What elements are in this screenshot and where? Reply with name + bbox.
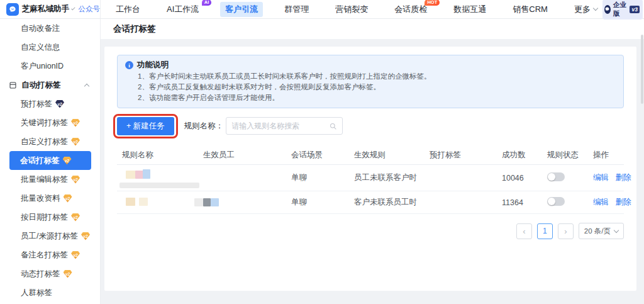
rule-name-search-input[interactable]	[231, 121, 329, 130]
sidebar-item-dynamic-tag[interactable]: 动态打标签 v2	[0, 264, 100, 283]
nav-group-management[interactable]: 群管理	[279, 2, 314, 17]
sidebar-item-conversation-tag[interactable]: 会话打标签 v2	[9, 151, 91, 170]
ai-badge: AI	[202, 0, 212, 6]
toolbar: + 新建任务 规则名称：	[117, 115, 624, 137]
top-navigation: 工作台 AI工作流 AI 客户引流 群管理 营销裂变 会话质检 HOT 数据互通…	[111, 2, 602, 17]
delete-link[interactable]: 删除	[615, 198, 631, 206]
app-title: 芝麻私域助手	[22, 4, 69, 14]
nav-data-interop[interactable]: 数据互通	[448, 2, 491, 17]
edition-version: v3	[630, 6, 639, 13]
redacted-block	[211, 198, 219, 206]
sidebar-item-label: 人群标签	[21, 288, 52, 298]
table-header-row: 规则名称 生效员工 会话场景 生效规则 预打标签 成功数 规则状态 操作	[117, 146, 624, 165]
sidebar-section-label: 自动打标签	[21, 80, 61, 91]
rule-status-toggle[interactable]	[547, 172, 565, 181]
sidebar-item-custom-info[interactable]: 自定义信息	[0, 38, 100, 57]
sidebar-item-customer-unionid[interactable]: 客户unionID	[0, 57, 100, 76]
header-success-count: 成功数	[497, 150, 542, 160]
sidebar-item-keyword-tag[interactable]: 关键词打标签 v2	[0, 113, 100, 132]
nav-sales-crm[interactable]: 销售CRM	[508, 2, 553, 17]
page-number-1[interactable]: 1	[537, 223, 553, 239]
sidebar-item-label: 自动改备注	[21, 23, 60, 34]
section-chevron-up-icon	[84, 83, 89, 88]
nav-more[interactable]: 更多	[569, 2, 602, 17]
sidebar-section-auto-tagging[interactable]: 自动打标签	[0, 76, 100, 94]
new-task-button[interactable]: + 新建任务	[117, 117, 174, 135]
redacted-block	[119, 183, 199, 188]
pagination: ‹ 1 › 20 条/页	[117, 223, 624, 239]
delete-link[interactable]: 删除	[615, 173, 631, 182]
sidebar-item-label: 自定义信息	[21, 42, 60, 53]
page-size-select[interactable]: 20 条/页	[579, 223, 624, 239]
rule-cell: 员工未联系客户时	[349, 172, 425, 183]
sidebar-item-label: 动态打标签	[21, 269, 60, 279]
next-page-button[interactable]: ›	[558, 223, 574, 239]
redacted-block	[194, 198, 203, 206]
v2-gem-badge: v2	[64, 194, 72, 203]
header-effective-rule: 生效规则	[349, 150, 425, 160]
scene-cell: 单聊	[286, 172, 349, 183]
sidebar-item-label: 关键词打标签	[21, 118, 68, 128]
user-area: 企业版 v3	[602, 0, 644, 20]
v2-gem-badge: v2	[64, 270, 72, 278]
sidebar-item-label: 按日期打标签	[21, 212, 68, 223]
header-effective-staff: 生效员工	[198, 150, 286, 160]
header-actions: 操作	[588, 150, 624, 160]
sidebar-item-custom-tag[interactable]: 自定义打标签 v2	[0, 132, 100, 151]
header-pre-tag: 预打标签	[425, 150, 497, 160]
effective-staff-cell	[198, 198, 286, 206]
red-annotation-box: + 新建任务	[113, 114, 178, 138]
nav-customer-acquisition[interactable]: 客户引流	[220, 2, 263, 17]
nav-ai-workflow[interactable]: AI工作流 AI	[162, 2, 204, 17]
sidebar-item-batch-edit-tag[interactable]: 批量编辑标签 v2	[0, 170, 100, 189]
rule-cell: 客户未联系员工时	[349, 197, 425, 208]
sidebar-item-auto-remark[interactable]: 自动改备注	[0, 19, 100, 38]
nav-conversation-qc[interactable]: 会话质检 HOT	[389, 2, 432, 17]
vertical-scrollbar[interactable]	[641, 35, 643, 104]
page-title: 会话打标签	[113, 23, 156, 35]
header-conversation-scene: 会话场景	[286, 150, 349, 160]
sidebar-item-crowd-tag[interactable]: 人群标签	[0, 283, 100, 302]
edition-badge[interactable]: 企业版 v3	[602, 0, 643, 20]
edit-link[interactable]: 编辑	[593, 198, 609, 206]
sidebar-item-staff-source-tag[interactable]: 员工/来源打标签 v2	[0, 227, 100, 245]
v2-gem-badge: v2	[63, 157, 72, 165]
sidebar-item-remark-name-tag[interactable]: 备注名打标签 v2	[0, 245, 100, 264]
nav-workbench[interactable]: 工作台	[111, 2, 145, 17]
rule-name-search-box	[226, 117, 343, 135]
nav-marketing-fission[interactable]: 营销裂变	[330, 2, 373, 17]
topbar: 芝麻私域助手 公众号 工作台 AI工作流 AI 客户引流 群管理 营销裂变 会话…	[0, 0, 644, 19]
nav-conversation-qc-label: 会话质检	[394, 4, 427, 14]
redacted-block	[126, 171, 136, 179]
hot-badge: HOT	[425, 0, 440, 6]
page-size-value: 20 条/页	[584, 227, 611, 236]
sidebar-item-label: 批量编辑标签	[21, 174, 68, 185]
prev-page-button[interactable]: ‹	[516, 223, 532, 239]
redacted-block	[139, 198, 148, 206]
sidebar-item-pre-tag[interactable]: 预打标签 v2	[0, 94, 100, 113]
sidebar-item-label: 客户unionID	[21, 61, 64, 72]
sidebar-item-label: 备注名打标签	[21, 250, 68, 261]
sidebar-item-label: 会话打标签	[20, 155, 60, 166]
sidebar-item-tag-by-date[interactable]: 按日期打标签 v2	[0, 208, 100, 227]
content-card: 功能说明 1、客户长时间未主动联系员工或员工长时间未联系客户时，按照规则打上指定…	[104, 47, 636, 291]
sidebar-item-label: 自定义打标签	[21, 137, 68, 147]
sidebar-item-batch-edit-profile[interactable]: 批量改资料 v2	[0, 189, 100, 208]
sidebar: 自动改备注 自定义信息 客户unionID 自动打标签 预打标签 v2 关键词打…	[0, 19, 101, 304]
edit-link[interactable]: 编辑	[593, 173, 609, 182]
scene-cell: 单聊	[286, 197, 349, 208]
brand-chevron-down-icon[interactable]	[71, 6, 75, 10]
brand-area[interactable]: 芝麻私域助手 公众号	[0, 0, 101, 18]
search-icon[interactable]	[329, 122, 337, 130]
app-logo-chat-icon	[6, 3, 19, 16]
account-type-label[interactable]: 公众号	[79, 4, 101, 14]
success-count-cell: 11364	[497, 198, 542, 207]
rule-status-toggle[interactable]	[547, 197, 565, 206]
notice-line: 2、该功能需客户开启会话管理后才能使用。	[125, 93, 616, 103]
edition-label: 企业版	[613, 1, 628, 18]
table-row: 单聊 员工未联系客户时 10046 编辑 删除	[117, 165, 624, 191]
notice-line: 2、客户或员工反复触发超时未联系对方时，会按照规则反复添加客户标签。	[125, 82, 616, 92]
nav-ai-workflow-label: AI工作流	[167, 4, 199, 14]
more-chevron-down-icon	[593, 6, 598, 11]
v2-gem-badge: v2	[71, 213, 80, 222]
